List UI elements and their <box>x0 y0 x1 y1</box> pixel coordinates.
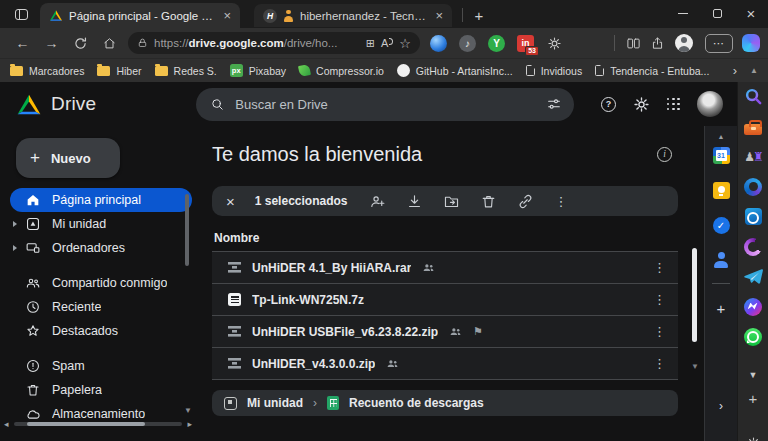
split-screen-icon[interactable] <box>621 36 645 51</box>
new-button[interactable]: +Nuevo <box>16 138 120 178</box>
tab-hiberhernandez[interactable]: H hiberhernandez - Tecnología × <box>254 4 452 27</box>
get-link-icon[interactable] <box>517 193 534 210</box>
account-avatar[interactable] <box>697 91 723 117</box>
sidebar-scroll-down-icon[interactable]: ▼ <box>184 406 192 415</box>
settings-more-button[interactable]: ⋯ <box>705 34 733 53</box>
content-scroll-down-icon[interactable]: ▼ <box>691 362 699 371</box>
forward-button[interactable]: → <box>37 35 66 51</box>
sidebar-horizontal-scrollbar[interactable]: ◂ ▸ <box>4 419 192 429</box>
share-icon[interactable] <box>645 36 669 51</box>
file-row[interactable]: Tp-Link-WN725N.7z ⋮ <box>212 284 678 316</box>
sidebar-games-icon[interactable]: ♟♜ <box>744 147 763 166</box>
bookmark-compressor[interactable]: Compressor.io <box>299 65 384 77</box>
panel-scroll-up-icon[interactable]: ▲ <box>718 133 725 140</box>
row-more-options-icon[interactable]: ⋮ <box>653 292 666 307</box>
share-person-add-icon[interactable] <box>369 193 386 210</box>
sidebar-item-ordenadores[interactable]: Ordenadores <box>10 236 192 260</box>
back-button[interactable]: ← <box>8 35 37 51</box>
hide-side-panel-icon[interactable]: › <box>719 399 723 413</box>
extension-music-icon[interactable]: ♪ <box>459 35 476 52</box>
sidebar-m365-icon[interactable] <box>744 177 763 196</box>
contacts-icon[interactable] <box>713 252 729 268</box>
tab-close-icon[interactable]: × <box>433 9 445 22</box>
sidebar-item-compartido[interactable]: Compartido conmigo <box>10 271 192 295</box>
expand-caret-icon[interactable] <box>13 245 17 251</box>
extension-gear-icon[interactable] <box>546 35 563 52</box>
keep-icon[interactable] <box>713 182 730 199</box>
bookmark-github[interactable]: GitHub - ArtanisInc... <box>397 64 513 77</box>
sidebar-item-papelera[interactable]: Papelera <box>10 378 192 402</box>
file-row[interactable]: UnHIDER_v4.3.0.0.zip ⋮ <box>212 348 678 380</box>
copilot-icon[interactable] <box>742 34 760 52</box>
sidebar-outlook-icon[interactable] <box>744 207 763 226</box>
scroll-right-icon[interactable]: ▸ <box>187 419 192 429</box>
help-icon[interactable]: ? <box>601 97 616 112</box>
tab-close-icon[interactable]: × <box>221 9 233 22</box>
drive-search-box[interactable]: Buscar en Drive <box>196 88 574 121</box>
sidebar-settings-icon[interactable] <box>746 436 761 441</box>
row-more-options-icon[interactable]: ⋮ <box>653 356 666 371</box>
more-actions-icon[interactable]: ⋮ <box>554 194 567 209</box>
address-bar[interactable]: https://drive.google.com/drive/ho... ⊞ A… <box>128 32 420 54</box>
tab-search-button[interactable] <box>8 3 34 25</box>
tasks-icon[interactable]: ✓ <box>713 217 730 234</box>
content-scrollbar-thumb[interactable] <box>692 248 697 342</box>
bookmark-folder-marcadores[interactable]: Marcadores <box>10 65 84 77</box>
file-row[interactable]: UnHiDER USBFile_v6.23.8.22.zip ⚑ ⋮ <box>212 316 678 348</box>
file-row[interactable]: UnHiDER 4.1_By HiiARA.rar ⋮ <box>212 252 678 284</box>
sidebar-telegram-icon[interactable] <box>744 267 763 286</box>
bookmark-folder-redes[interactable]: Redes S. <box>155 65 217 77</box>
sidebar-whatsapp-icon[interactable] <box>744 327 763 346</box>
extension-orb-icon[interactable] <box>430 35 447 52</box>
refresh-button[interactable] <box>66 36 95 51</box>
horizontal-scrollbar-thumb[interactable] <box>27 422 145 426</box>
bookmark-invidious[interactable]: Invidious <box>526 65 582 77</box>
sidebar-item-reciente[interactable]: Reciente <box>10 295 192 319</box>
favorite-star-icon[interactable]: ☆ <box>399 36 411 51</box>
sidebar-item-destacados[interactable]: Destacados <box>10 319 192 343</box>
row-more-options-icon[interactable]: ⋮ <box>653 324 666 339</box>
sidebar-more-apps-icon[interactable]: ▼ <box>749 370 758 380</box>
sidebar-app-icon[interactable] <box>744 237 763 256</box>
bookmark-folder-hiber[interactable]: Hiber <box>97 65 141 77</box>
sidebar-search-icon[interactable] <box>744 87 763 106</box>
close-window-button[interactable]: × <box>734 0 768 27</box>
extension-linkedin-icon[interactable]: in53 <box>517 35 534 52</box>
calendar-icon[interactable]: 31 <box>713 147 730 164</box>
sidebar-add-icon[interactable]: + <box>749 390 758 407</box>
bookmark-tendencia[interactable]: Tendencia - Entuba... <box>595 65 709 77</box>
sidebar-tools-icon[interactable] <box>744 117 763 136</box>
bookmarks-overflow-chevron[interactable]: › <box>733 63 737 78</box>
breadcrumb-document[interactable]: Recuento de descargas <box>349 396 484 410</box>
tab-google-drive[interactable]: Página principal - Google Drive × <box>40 3 240 28</box>
sidebar-item-mi-unidad[interactable]: Mi unidad <box>10 212 192 236</box>
breadcrumb-location[interactable]: Mi unidad <box>247 396 303 410</box>
sidebar-messenger-icon[interactable] <box>744 297 763 316</box>
bookmarks-collapse-icon[interactable]: ▲ <box>750 66 758 75</box>
google-apps-grid-icon[interactable] <box>667 98 680 111</box>
search-options-icon[interactable] <box>546 96 562 112</box>
browser-profile-avatar[interactable] <box>675 34 693 52</box>
sidebar-item-pagina-principal[interactable]: Página principal <box>10 188 192 212</box>
move-to-folder-icon[interactable] <box>443 193 460 210</box>
scroll-left-icon[interactable]: ◂ <box>4 419 9 429</box>
sidebar-scrollbar-thumb[interactable] <box>185 194 189 266</box>
expand-caret-icon[interactable] <box>13 221 17 227</box>
clear-selection-icon[interactable]: × <box>226 194 235 209</box>
new-tab-button[interactable]: + <box>467 4 491 26</box>
download-icon[interactable] <box>406 193 423 210</box>
minimize-button[interactable] <box>666 0 700 27</box>
maximize-button[interactable] <box>700 0 734 27</box>
delete-icon[interactable] <box>480 193 497 210</box>
settings-gear-icon[interactable] <box>633 96 650 113</box>
sidebar-item-spam[interactable]: Spam <box>10 354 192 378</box>
get-addons-icon[interactable]: + <box>717 300 726 317</box>
collections-icon[interactable]: ⊞ <box>366 37 375 50</box>
bookmark-pixabay[interactable]: pxPixabay <box>230 64 286 77</box>
info-icon[interactable]: i <box>657 147 672 162</box>
home-button[interactable] <box>95 36 124 51</box>
row-more-options-icon[interactable]: ⋮ <box>653 260 666 275</box>
list-header[interactable]: Nombre <box>212 224 678 252</box>
extension-y-icon[interactable]: Y <box>488 35 505 52</box>
read-aloud-icon[interactable]: A <box>381 37 393 49</box>
